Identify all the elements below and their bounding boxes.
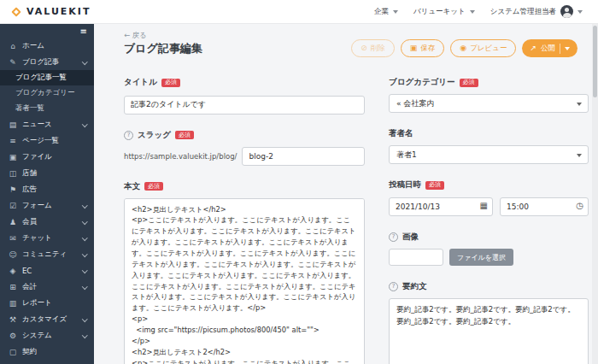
home-icon: ⌂ [8,42,18,50]
body-textarea[interactable]: <h2>見出しテキスト</h2> <p>ここにテキストが入ります。ここにテキスト… [124,198,365,364]
sidebar-item-blog-category[interactable]: ブログカテゴリー [0,85,94,101]
page-title: ブログ記事編集 [124,41,202,56]
sidebar-item-label: システム [22,331,52,341]
publish-dropdown-icon[interactable] [565,47,570,50]
title-input[interactable] [124,96,365,114]
sidebar-item-blog[interactable]: ✎ ブログ記事 [0,54,94,70]
slug-input[interactable] [242,147,365,166]
contract-icon: ▢ [8,348,18,356]
preview-button[interactable]: ◉ プレビュー [450,39,516,57]
author-selected-value: 著者1 [396,150,417,159]
required-badge: 必須 [161,79,180,87]
sidebar-item-community[interactable]: ☺ コミュニティ [0,246,94,262]
main-content: ← 戻る ブログ記事編集 ⊘ 削除 ▣ 保存 ◉ プレビュー ↗ 公開 [94,24,598,364]
publish-button[interactable]: ↗ 公開 [522,39,577,57]
page-scrollbar[interactable] [592,24,598,364]
chevron-down-icon [577,103,582,106]
sidebar-item-forms[interactable]: ☑ フォーム [0,197,94,214]
sidebar-item-customize[interactable]: ⚒ カスタマイズ [0,311,94,327]
sidebar-item-news[interactable]: ▤ ニュース [0,116,94,132]
sidebar-item-chat[interactable]: ✉ チャット [0,230,94,246]
slug-field: ? スラッグ 必須 https://sample.valuekit.jp/blo… [124,130,365,166]
file-select-button[interactable]: ファイルを選択 [449,249,513,266]
sidebar-item-members[interactable]: ♟ 会員 [0,214,94,230]
sidebar-item-label: 契約 [22,347,37,357]
sidebar-item-label: ページ一覧 [22,136,59,146]
body-field: 本文 必須 <h2>見出しテキスト</h2> <p>ここにテキストが入ります。こ… [124,181,365,364]
customize-icon: ⚒ [8,315,18,324]
avatar [560,5,573,18]
sidebar-item-reports[interactable]: ▥ レポート [0,295,94,311]
sidebar-item-blog-list[interactable]: ブログ記事一覧 [0,70,94,85]
sidebar-item-system[interactable]: ⚙ システム [0,327,94,343]
scrollbar-thumb[interactable] [593,26,597,97]
save-button[interactable]: ▣ 保存 [401,39,445,57]
sidebar-item-files[interactable]: ▣ ファイル [0,149,94,165]
clock-icon[interactable]: ◷ [576,200,583,212]
sidebar-item-label: 店舗 [22,168,37,179]
chevron-down-icon [577,154,582,157]
sidebar-item-label: 会員 [22,217,37,227]
sidebar-item-home[interactable]: ⌂ ホーム [0,38,94,54]
help-icon[interactable]: ? [389,232,398,242]
user-menu[interactable]: システム管理担当者 [490,5,583,18]
summary-textarea[interactable]: 要約_記事2です。要約_記事2です。要約_記事2です。要約_記事2です。要約_記… [389,298,589,364]
sidebar-item-ec[interactable]: ◈ EC [0,262,94,279]
category-selected-value: « 会社案内 [396,99,434,108]
logo-diamond-icon [11,7,21,16]
category-field: ブログカテゴリー 必須 « 会社案内 [389,77,589,113]
sidebar-item-label: 会計 [22,282,37,292]
button-divider [560,44,560,54]
category-select[interactable]: « 会社案内 [389,94,589,113]
community-icon: ☺ [8,250,18,259]
sidebar-collapse-icon[interactable]: ≡ [80,27,87,36]
image-file-input[interactable] [389,249,443,266]
chevron-icon [82,251,87,256]
image-label: 画像 [402,232,419,243]
calendar-icon[interactable]: ▦ [480,200,488,212]
sidebar: ≡ ⌂ ホーム ✎ ブログ記事 ブログ記事一覧 ブログカテゴリー 著者一覧 ▤ … [0,24,94,364]
product-menu[interactable]: バリューキット [413,7,475,17]
file-icon: ▣ [8,153,18,161]
summary-field: ? 要約文 要約_記事2です。要約_記事2です。要約_記事2です。要約_記事2で… [389,281,589,364]
help-icon[interactable]: ? [389,282,398,291]
company-menu[interactable]: 企業 [374,7,398,17]
delete-button[interactable]: ⊘ 削除 [351,39,395,57]
back-label: 戻る [132,31,147,39]
company-menu-label: 企業 [374,7,389,17]
system-icon: ⚙ [8,332,18,340]
sidebar-item-label: EC [22,267,32,275]
datetime-field: 投稿日時 必須 ▦ ◷ [389,179,589,216]
sidebar-item-stores[interactable]: ◫ 店舗 [0,165,94,181]
preview-label: プレビュー [470,44,507,54]
author-label: 著者名 [389,128,413,139]
save-icon: ▣ [410,44,418,52]
sidebar-item-pages[interactable]: ≡ ページ一覧 [0,132,94,149]
author-select[interactable]: 著者1 [389,145,589,164]
store-icon: ◫ [8,169,18,178]
help-icon[interactable]: ? [124,131,133,140]
sidebar-item-label: ホーム [22,41,44,51]
header-menus: 企業 バリューキット システム管理担当者 [374,5,598,18]
sidebar-item-label: ニュース [22,120,52,130]
chevron-down-icon [577,10,583,14]
sidebar-item-author-list[interactable]: 著者一覧 [0,101,94,116]
sidebar-item-contract[interactable]: ▢ 契約 [0,343,94,360]
slug-label: スラッグ [138,130,171,141]
sidebar-item-accounting[interactable]: ⊞ 会計 [0,279,94,295]
logo[interactable]: VALUEKIT [0,6,91,17]
report-icon: ▥ [8,299,18,308]
chevron-icon [82,219,87,224]
sidebar-item-label: フォーム [22,201,52,211]
required-badge: 必須 [144,182,163,191]
date-input[interactable] [389,197,493,216]
category-label: ブログカテゴリー [389,77,455,88]
sidebar-item-ads[interactable]: ⚑ 広告 [0,181,94,197]
back-link[interactable]: ← 戻る [124,31,147,41]
delete-label: 削除 [371,44,385,54]
preview-icon: ◉ [460,44,466,52]
app-window: VALUEKIT 企業 バリューキット システム管理担当者 ≡ ⌂ ホーム [0,0,598,364]
sidebar-item-label: カスタマイズ [22,314,67,325]
product-menu-label: バリューキット [413,7,466,17]
form-left-column: タイトル 必須 ? スラッグ 必須 https://sample.valueki… [124,77,365,364]
